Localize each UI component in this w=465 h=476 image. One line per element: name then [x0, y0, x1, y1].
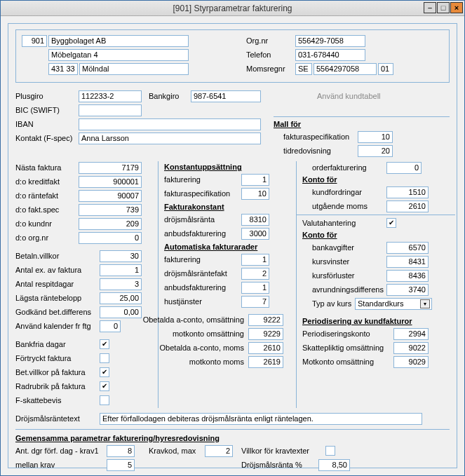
kundfordringar[interactable]: [386, 186, 429, 198]
kursforluster[interactable]: [386, 270, 429, 282]
drojsmalsranta[interactable]: [241, 214, 269, 226]
motkonto-moms-label: motkonto moms: [136, 358, 248, 366]
do-faktspec-label: d:o fakt.spec: [15, 205, 79, 214]
company-no[interactable]: [22, 35, 47, 47]
mall-orderfakt[interactable]: [386, 162, 422, 174]
minimize-button[interactable]: –: [424, 2, 436, 13]
auto-hustjanster[interactable]: [241, 296, 269, 308]
villkor-krav-label: Villkor för kravtexter: [241, 447, 325, 455]
auto-anbud[interactable]: [241, 282, 269, 294]
fskattebevis-checkbox[interactable]: [100, 395, 109, 405]
motkonto-oms-label: motkonto omsättning: [136, 329, 248, 338]
company-name[interactable]: [48, 35, 189, 47]
auto-drojrantefakt[interactable]: [241, 268, 269, 280]
periodkonto[interactable]: [393, 328, 429, 340]
mellan-krav-label: mellan krav: [15, 461, 107, 469]
motkonto-moms[interactable]: [248, 356, 283, 368]
betvillkor-pa-checkbox[interactable]: [100, 367, 109, 377]
obet-aconto-moms[interactable]: [248, 342, 283, 354]
momsregnr-suffix[interactable]: [378, 63, 393, 75]
do-kreditfakt[interactable]: [79, 176, 142, 188]
telefon[interactable]: [295, 49, 365, 61]
do-orgnr[interactable]: [79, 232, 142, 244]
obet-aconto-oms[interactable]: [248, 314, 283, 326]
bottom-head: Gemensamma parametrar fakturering/hyresr…: [15, 434, 450, 442]
nasta-faktura[interactable]: [79, 162, 142, 174]
auto-anbud-label: anbudsfakturering: [164, 283, 241, 292]
mellan-krav[interactable]: [107, 459, 135, 471]
godkand-bet[interactable]: [100, 306, 142, 318]
auto-head: Automatiska fakturarader: [164, 243, 290, 251]
radrubrik-checkbox[interactable]: [100, 381, 109, 391]
konto-head: Konto för: [302, 175, 450, 184]
betvillkor-pa-label: Bet.villkor på faktura: [15, 368, 100, 376]
antal-ex-label: Antal ex. av faktura: [15, 266, 100, 274]
mall-fakturaspec[interactable]: [358, 131, 393, 143]
do-rantefakt[interactable]: [79, 190, 142, 202]
mall-tidredov[interactable]: [358, 145, 393, 157]
do-kundnr[interactable]: [79, 218, 142, 230]
avrundning[interactable]: [386, 284, 429, 296]
ant-dgr-label: Ant. dgr förf. dag - krav1: [15, 447, 107, 455]
close-button[interactable]: ×: [450, 2, 463, 13]
bic-label: BIC (SWIFT): [15, 106, 79, 114]
zip[interactable]: [48, 63, 78, 75]
auto-hustjanster-label: hustjänster: [164, 297, 241, 306]
typavkurs-select[interactable]: Standardkurs ▾: [355, 298, 432, 310]
periodkonto-label: Periodiseringskonto: [302, 329, 393, 338]
valuta-checkbox[interactable]: [386, 218, 396, 228]
content: Org.nr Telefon Momsregnr: [1, 16, 464, 475]
bankgiro[interactable]: [191, 90, 261, 102]
avrundning-label: avrundningsdifferens: [302, 285, 386, 294]
nasta-faktura-label: Nästa faktura: [15, 163, 79, 172]
kravkod[interactable]: [205, 445, 233, 457]
auto-drojrantefakt-label: dröjsmålsräntefakt: [164, 269, 241, 278]
maximize-button[interactable]: □: [437, 2, 450, 13]
plusgiro[interactable]: [79, 90, 142, 102]
fortryckt-checkbox[interactable]: [100, 353, 109, 363]
company-header: Org.nr Telefon Momsregnr: [15, 29, 450, 83]
anvand-kundtabell-link[interactable]: Använd kundtabell: [317, 92, 381, 100]
mid-fakturering[interactable]: [241, 174, 269, 186]
antal-respitdagar-label: Antal respitdagar: [15, 280, 100, 288]
r-motkonto-oms[interactable]: [393, 356, 429, 368]
orgnr[interactable]: [295, 35, 365, 47]
momsregnr-cc[interactable]: [295, 63, 312, 75]
momsregnr[interactable]: [314, 63, 377, 75]
bic[interactable]: [79, 104, 142, 116]
anbudsfakturering[interactable]: [241, 228, 269, 240]
city[interactable]: [79, 63, 189, 75]
mid-fakturaspec[interactable]: [241, 188, 269, 200]
antal-respitdagar[interactable]: [100, 278, 142, 290]
kontakt[interactable]: [79, 132, 261, 144]
fskattebevis-label: F-skattebevis: [15, 396, 100, 404]
typavkurs-label: Typ av kurs: [302, 299, 355, 308]
mid-fakturering-label: fakturering: [164, 175, 241, 184]
anvand-kalender[interactable]: [100, 320, 121, 332]
do-kreditfakt-label: d:o kreditfakt: [15, 177, 79, 186]
do-faktspec[interactable]: [79, 204, 142, 216]
iban[interactable]: [79, 118, 261, 130]
antal-ex[interactable]: [100, 264, 142, 276]
utgaende-moms[interactable]: [386, 200, 429, 212]
bankavgifter[interactable]: [386, 242, 429, 254]
villkor-krav-checkbox[interactable]: [325, 446, 335, 456]
bankavgifter-label: bankavgifter: [302, 243, 386, 252]
anbudsfakturering-label: anbudsfakturering: [164, 229, 241, 238]
mall-head: Mall för: [274, 120, 450, 128]
lagsta-rantebelopp[interactable]: [100, 292, 142, 304]
motkonto-oms[interactable]: [248, 328, 283, 340]
betalnvillkor[interactable]: [100, 250, 142, 262]
do-kundnr-label: d:o kundnr: [15, 219, 79, 228]
telefon-label: Telefon: [246, 50, 295, 59]
bankfria-dagar-checkbox[interactable]: [100, 339, 109, 349]
auto-fakturering[interactable]: [241, 254, 269, 266]
kursvinster[interactable]: [386, 256, 429, 268]
skatteplikt[interactable]: [393, 342, 429, 354]
drojsmalsrantetext[interactable]: [100, 413, 422, 425]
drojranta-pct[interactable]: [318, 459, 350, 471]
ant-dgr[interactable]: [107, 445, 135, 457]
konto-head2: Konto för: [302, 231, 450, 239]
skatteplikt-label: Skattepliktig omsättning: [302, 344, 393, 352]
address1[interactable]: [48, 49, 189, 61]
